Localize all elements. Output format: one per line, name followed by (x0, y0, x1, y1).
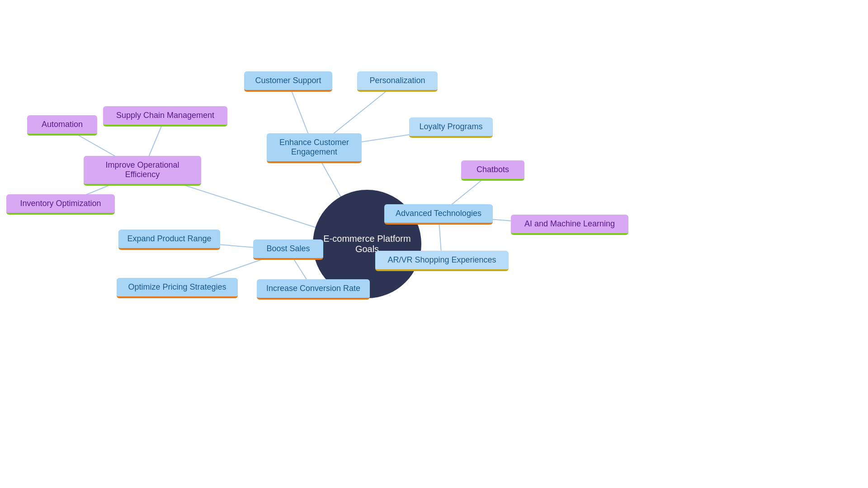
personalization-node: Personalization (357, 71, 438, 92)
inventory-optimization-node: Inventory Optimization (6, 194, 115, 215)
chatbots-node: Chatbots (461, 160, 524, 181)
increase-conversion-rate-node: Increase Conversion Rate (257, 279, 370, 300)
automation-node: Automation (27, 115, 97, 136)
boost-sales-node: Boost Sales (253, 239, 323, 260)
ai-machine-learning-node: AI and Machine Learning (511, 215, 628, 235)
mind-map-container: E-commerce Platform Goals Enhance Custom… (0, 0, 868, 488)
loyalty-programs-node: Loyalty Programs (409, 117, 493, 138)
enhance-customer-engagement-node: Enhance CustomerEngagement (267, 133, 362, 163)
expand-product-range-node: Expand Product Range (118, 230, 220, 250)
optimize-pricing-strategies-node: Optimize Pricing Strategies (117, 278, 238, 298)
customer-support-node: Customer Support (244, 71, 332, 92)
improve-operational-efficiency-node: Improve OperationalEfficiency (84, 156, 201, 186)
supply-chain-management-node: Supply Chain Management (103, 106, 227, 127)
ar-vr-shopping-node: AR/VR Shopping Experiences (375, 251, 509, 271)
advanced-technologies-node: Advanced Technologies (384, 204, 493, 225)
